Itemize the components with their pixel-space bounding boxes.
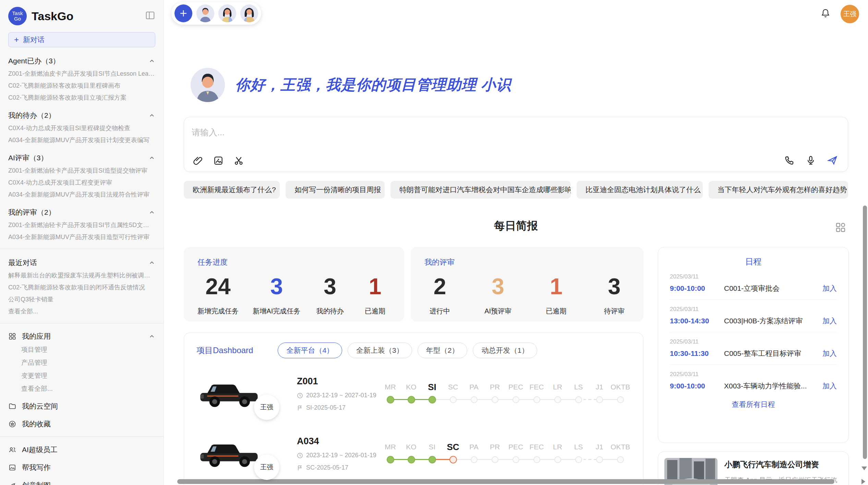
sidebar-section-ai-review[interactable]: AI评审（3）	[8, 153, 155, 163]
recent-list: 解释最新出台的欧盟报废车法规再生塑料比例被调至15%...C02-飞腾新能源轻客…	[8, 268, 155, 315]
join-meeting-link[interactable]: 加入	[822, 316, 837, 326]
agent-avatar-2[interactable]	[218, 4, 236, 22]
vertical-scrollbar[interactable]	[863, 206, 867, 459]
chat-input[interactable]	[192, 127, 840, 137]
schedule-date: 2025/03/11	[670, 371, 837, 378]
project-owner-badge: 王强	[254, 395, 279, 420]
layout-grid-icon[interactable]	[834, 221, 847, 235]
recent-chat-item[interactable]: 查看全部...	[8, 303, 155, 315]
recent-chat-item[interactable]: 解释最新出台的欧盟报废车法规再生塑料比例被调至15%...	[8, 268, 155, 279]
chevron-up-icon[interactable]	[148, 333, 155, 340]
sidebar-task-item[interactable]: Z001-全新燃油轻卡产品开发项目SI造型提交物评审	[8, 163, 155, 175]
app-sub-item[interactable]: 产品管理	[21, 354, 155, 367]
ai-super-staff-label: AI超级员工	[22, 445, 58, 455]
project-code: Z001	[297, 376, 380, 387]
sidebar-task-item[interactable]: A034-全新新能源MUV产品开发项目计划变更表编写	[8, 132, 155, 144]
sidebar-task-item[interactable]: C0X4-动力总成开发项目SI里程碑提交物检查	[8, 120, 155, 132]
sidebar-task-item[interactable]: A034-全新新能源MUV产品开发项目造型可行性评审	[8, 229, 155, 241]
app-sub-item[interactable]: 查看全部...	[21, 380, 155, 393]
my-reviews-card: 我的评审 2 进行中 3 AI预评审 1 已逾期	[411, 247, 643, 322]
attachment-icon[interactable]	[192, 155, 203, 166]
milestone-dot-si	[429, 396, 436, 403]
milestone-pa: PA	[463, 381, 484, 406]
join-meeting-link[interactable]: 加入	[822, 284, 837, 293]
stat-item: 3 待评审	[599, 275, 630, 316]
user-avatar[interactable]: 王强	[841, 5, 859, 23]
sidebar-item-my-apps[interactable]: 我的应用	[8, 332, 155, 341]
agent-avatar-1[interactable]	[196, 4, 214, 22]
milestone-dot-fec	[533, 396, 540, 403]
suggestion-chip[interactable]: 如何写一份清晰的项目周报	[286, 181, 385, 199]
chevron-up-icon[interactable]	[148, 259, 155, 266]
sidebar-task-item[interactable]: C02-飞腾新能源轻客改款项目立项汇报方案	[8, 90, 155, 102]
join-meeting-link[interactable]: 加入	[822, 349, 837, 358]
recent-chat-item[interactable]: C02-飞腾新能源轻客改款项目的闭环通告反馈情况	[8, 279, 155, 291]
sidebar-section-agent-done[interactable]: Agent已办（3）	[8, 56, 155, 66]
milestone-pec: PEC	[505, 440, 526, 466]
milestone-oktb: OKTB	[610, 381, 631, 406]
sidebar-section-my-review[interactable]: 我的评审（2）	[8, 208, 155, 217]
sidebar-section-recent-chats[interactable]: 最近对话	[8, 258, 155, 268]
suggestion-chip[interactable]: 欧洲新规最近颁布了什么?	[184, 181, 280, 199]
project-row[interactable]: 王强 Z001 2023-12-19 ~ 2027-01-19 SI-2025-…	[196, 376, 631, 411]
task-progress-card: 任务进度 24 新增完成任务 3 新增AI完成任务 3 我的待办	[184, 247, 404, 322]
scroll-down-arrow[interactable]	[861, 467, 867, 470]
image-upload-icon[interactable]	[213, 155, 224, 166]
scroll-right-arrow[interactable]	[861, 479, 865, 484]
view-all-schedule-link[interactable]: 查看所有日程	[670, 400, 837, 409]
stat-label: 进行中	[424, 307, 455, 316]
suggestion-chip[interactable]: 特朗普可能对进口汽车增税会对中国车企造成哪些影响	[390, 181, 571, 199]
section-title: AI评审（3）	[8, 153, 48, 163]
add-agent-button[interactable]	[174, 4, 192, 22]
join-meeting-link[interactable]: 加入	[822, 381, 837, 391]
milestone-lr: LR	[547, 381, 568, 406]
phone-call-icon[interactable]	[784, 155, 795, 166]
notifications-bell-icon[interactable]	[820, 8, 831, 20]
chevron-up-icon[interactable]	[148, 154, 155, 161]
sidebar-section-my-todo[interactable]: 我的待办（2）	[8, 111, 155, 120]
stat-value: 2	[424, 275, 455, 298]
chevron-up-icon[interactable]	[148, 58, 155, 64]
section-list: Z001-全新燃油轻卡产品开发项目SI造型提交物评审C0X4-动力总成开发项目工…	[8, 163, 155, 199]
sidebar-task-item[interactable]: A034-全新新能源MUV产品开发项目法规符合性评审	[8, 187, 155, 199]
sidebar-item-creative-drawing[interactable]: 创意制图	[8, 481, 155, 485]
dashboard-tab[interactable]: 全新上装（3）	[348, 343, 412, 358]
suggestion-chip[interactable]: 当下年轻人对汽车外观有怎样的喜好趋势	[709, 181, 848, 199]
project-row[interactable]: 王强 A034 2023-12-19 ~ 2026-01-19 SC-2025-…	[196, 436, 631, 471]
sidebar-task-item[interactable]: C02-飞腾新能源轻客改款项目里程碑画布	[8, 78, 155, 90]
app-sub-item[interactable]: 变更管理	[21, 367, 155, 380]
chevron-up-icon[interactable]	[148, 112, 155, 119]
plus-icon: +	[14, 36, 19, 44]
sidebar-task-item[interactable]: Z001-全新燃油轻卡产品开发项目SI节点属性5D文件评审	[8, 217, 155, 229]
agent-avatar-3[interactable]	[240, 4, 258, 22]
sidebar-item-help-me-write[interactable]: 帮我写作	[8, 463, 155, 472]
folder-icon	[8, 402, 16, 410]
dashboard-tab[interactable]: 全新平台（4）	[278, 343, 342, 358]
scissors-icon[interactable]	[233, 155, 244, 166]
microphone-icon[interactable]	[805, 155, 816, 166]
sidebar-item-ai-super-staff[interactable]: AI超级员工	[8, 445, 155, 455]
milestone-track: MRKOSISCPAPRPECFECLRLSJ1OKTB	[380, 381, 631, 406]
dashboard-tab[interactable]: 年型（2）	[418, 343, 468, 358]
new-chat-button[interactable]: + 新对话	[8, 32, 155, 47]
suggestion-chip[interactable]: 比亚迪全固态电池计划具体说了什么	[577, 181, 703, 199]
clock-icon	[297, 393, 303, 399]
sidebar-item-cloud-space[interactable]: 我的云空间	[8, 401, 155, 411]
schedule-date: 2025/03/11	[670, 338, 837, 345]
favorites-label: 我的收藏	[22, 419, 51, 429]
recent-chat-item[interactable]: 公司Q3轻卡销量	[8, 291, 155, 303]
send-icon[interactable]	[827, 154, 838, 166]
sidebar-task-item[interactable]: Z001-全新燃油皮卡产品开发项目SI节点Lesson Learn报告	[8, 66, 155, 78]
milestone-j1: J1	[589, 381, 610, 406]
milestone-dot-pr	[492, 456, 498, 463]
horizontal-scrollbar[interactable]	[177, 479, 834, 484]
schedule-event-title: X003-车辆动力学性能验...	[724, 381, 818, 391]
sidebar-task-item[interactable]: C0X4-动力总成开发项目工程变更评审	[8, 175, 155, 187]
suggestion-chips: 欧洲新规最近颁布了什么?如何写一份清晰的项目周报特朗普可能对进口汽车增税会对中国…	[184, 181, 848, 199]
sidebar-collapse-icon[interactable]	[145, 10, 155, 22]
app-sub-item[interactable]: 项目管理	[21, 341, 155, 354]
stat-label: AI预评审	[483, 307, 514, 316]
chevron-up-icon[interactable]	[148, 209, 155, 216]
sidebar-item-favorites[interactable]: 我的收藏	[8, 419, 155, 429]
dashboard-tab[interactable]: 动总开发（1）	[473, 343, 537, 358]
